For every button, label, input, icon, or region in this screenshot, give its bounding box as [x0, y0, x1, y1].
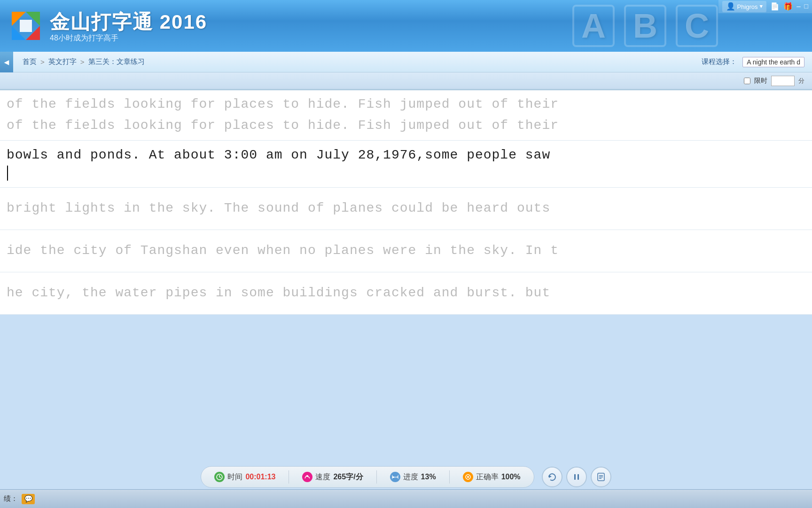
svg-rect-17	[578, 474, 579, 480]
status-progress: 进度 13%	[390, 472, 436, 482]
nav-bar: ◀ 首页 > 英文打字 > 第三关：文章练习 课程选择： A night the…	[0, 52, 812, 72]
control-buttons	[542, 467, 611, 487]
doc-icon: 📄	[770, 2, 780, 11]
user-icon-area[interactable]: 👤 Phigros ▼	[722, 1, 767, 12]
time-limit-checkbox[interactable]	[744, 78, 750, 84]
svg-point-8	[306, 475, 308, 477]
abc-decoration: A B C	[572, 5, 718, 47]
maximize-btn[interactable]: □	[804, 3, 808, 10]
time-value: 00:01:13	[245, 473, 275, 481]
user-dropdown-icon: ▼	[760, 4, 763, 9]
abc-c: C	[676, 5, 718, 47]
status-panel: 时间 00:01:13 速度 265字/分	[201, 466, 534, 488]
abc-b: B	[624, 5, 666, 47]
nav-breadcrumb: 首页 > 英文打字 > 第三关：文章练习	[23, 57, 145, 66]
user-area: 👤 Phigros ▼ 📄 🎁 — □	[718, 0, 812, 13]
divider-3	[449, 470, 450, 484]
divider-2	[376, 470, 377, 484]
course-label: 课程选择：	[702, 57, 737, 66]
speed-icon	[302, 472, 312, 482]
abc-a: A	[572, 5, 615, 47]
text-group-4: ide the city of Tangshan even when no pl…	[0, 230, 812, 272]
text-group-3: bright lights in the sky. The sound of p…	[0, 188, 812, 230]
speed-value: 265字/分	[333, 472, 363, 482]
logo-title: 金山打字通 2016	[50, 9, 207, 35]
nav-lesson[interactable]: 第三关：文章练习	[88, 57, 145, 66]
logo-subtitle: 48小时成为打字高手	[50, 33, 207, 43]
svg-rect-4	[20, 20, 32, 32]
text-group-5: he city, the water pipes in some buildin…	[0, 272, 812, 315]
text-group-2[interactable]: bowls and ponds. At about 3:00 am on Jul…	[0, 141, 812, 188]
logo-container: 金山打字通 2016 48小时成为打字高手	[9, 9, 207, 43]
time-limit-label: 限时	[754, 77, 767, 85]
text-cursor	[7, 166, 8, 181]
taskbar: 绩： 💬	[0, 489, 812, 508]
svg-rect-16	[574, 474, 576, 480]
username: Phigros	[737, 3, 758, 10]
svg-line-7	[219, 477, 221, 478]
status-accuracy: 正确率 100%	[463, 472, 521, 482]
minimize-btn[interactable]: —	[796, 3, 800, 10]
accuracy-icon	[463, 472, 473, 482]
text-group-1: of the fields looking for places to hide…	[0, 90, 812, 141]
nav-bar2: 限时 分	[0, 72, 812, 89]
extra-label: 分	[798, 77, 804, 85]
progress-icon	[390, 472, 400, 482]
nav-right: 课程选择： A night the earth d	[694, 52, 812, 72]
main-content: of the fields looking for places to hide…	[0, 89, 812, 315]
svg-point-14	[467, 476, 469, 478]
back-button[interactable]: ◀	[0, 52, 13, 72]
status-speed: 速度 265字/分	[302, 472, 363, 482]
text-line-2: bowls and ponds. At about 3:00 am on Jul…	[7, 145, 805, 166]
text-line-1a: of the fields looking for places to hide…	[7, 94, 805, 115]
app-title-text: 金山打字通 2016	[50, 11, 207, 33]
progress-label: 进度	[403, 472, 418, 482]
nav-sep1: >	[40, 58, 45, 66]
time-label: 时间	[227, 472, 242, 482]
svg-marker-11	[392, 475, 394, 479]
time-limit-input[interactable]	[771, 76, 795, 86]
taskbar-label: 绩：	[4, 494, 18, 503]
status-time: 时间 00:01:13	[214, 472, 275, 482]
status-bar: 时间 00:01:13 速度 265字/分	[0, 465, 812, 489]
divider-1	[289, 470, 289, 484]
taskbar-chat-icon[interactable]: 💬	[22, 494, 35, 504]
pause-button[interactable]	[566, 467, 587, 487]
nav-home[interactable]: 首页	[23, 57, 37, 66]
logo-text: 金山打字通 2016 48小时成为打字高手	[50, 9, 207, 43]
gift-icon: 🎁	[783, 2, 793, 11]
reset-button[interactable]	[542, 467, 562, 487]
user-icon: 👤	[726, 2, 735, 11]
time-icon	[214, 472, 225, 482]
text-line-2-content: bowls and ponds. At about 3:00 am on Jul…	[7, 145, 550, 166]
text-line-4: ide the city of Tangshan even when no pl…	[7, 240, 805, 262]
progress-value: 13%	[421, 473, 436, 481]
svg-marker-12	[397, 475, 398, 479]
top-bar: 金山打字通 2016 48小时成为打字高手 A B C 👤 Phigros ▼ …	[0, 0, 812, 52]
svg-marker-15	[549, 475, 552, 478]
nav-sep2: >	[80, 58, 85, 66]
nav-section[interactable]: 英文打字	[48, 57, 77, 66]
logo-icon	[9, 9, 42, 42]
text-line-5: he city, the water pipes in some buildin…	[7, 283, 805, 304]
accuracy-value: 100%	[501, 473, 521, 481]
course-value: A night the earth d	[742, 57, 804, 67]
text-line-1b: of the fields looking for places to hide…	[7, 115, 805, 136]
report-button[interactable]	[591, 467, 611, 487]
speed-label: 速度	[315, 472, 330, 482]
accuracy-label: 正确率	[476, 472, 499, 482]
text-line-3: bright lights in the sky. The sound of p…	[7, 198, 805, 219]
